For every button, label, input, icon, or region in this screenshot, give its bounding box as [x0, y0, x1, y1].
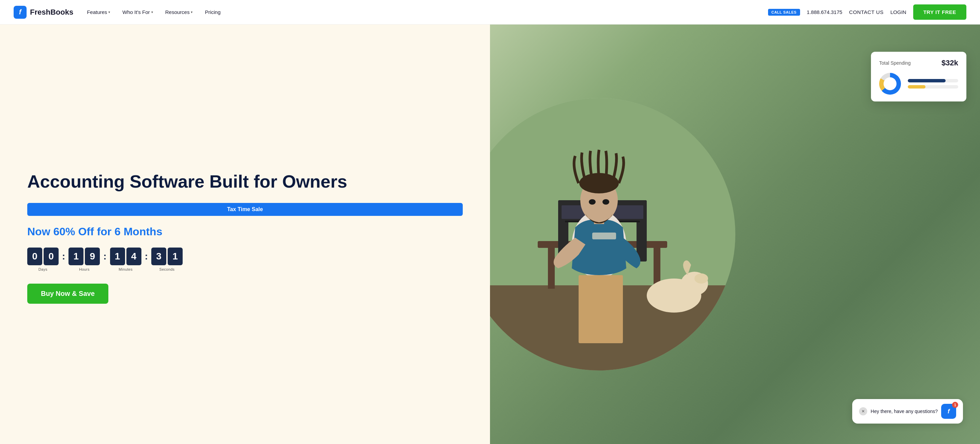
- close-icon[interactable]: ✕: [859, 407, 867, 415]
- countdown-hour-ones: 9: [85, 247, 100, 265]
- countdown-timer: 0 0 Days : 1 9 Hours : 1 4: [27, 247, 463, 271]
- bar-track-1: [908, 79, 958, 82]
- logo-text: FreshBooks: [30, 8, 73, 17]
- chat-notification-badge: 1: [952, 402, 958, 408]
- bar-fill-yellow: [908, 85, 926, 89]
- buy-now-button[interactable]: Buy Now & Save: [27, 284, 108, 304]
- nav-features[interactable]: Features ▾: [87, 9, 110, 15]
- countdown-sec-ones: 1: [168, 247, 183, 265]
- countdown-day-ones: 0: [44, 247, 59, 265]
- contact-us-link[interactable]: CONTACT US: [849, 9, 884, 15]
- countdown-sep-3: :: [143, 251, 149, 262]
- bar-fill-blue: [908, 79, 946, 82]
- bar-row-2: [908, 85, 958, 89]
- login-link[interactable]: LOGIN: [890, 9, 907, 15]
- svg-rect-21: [592, 233, 616, 239]
- nav-who-its-for[interactable]: Who It's For ▾: [123, 9, 153, 15]
- donut-inner: [884, 77, 897, 90]
- countdown-sep-2: :: [102, 251, 108, 262]
- bar-row-1: [908, 79, 958, 82]
- phone-number[interactable]: 1.888.674.3175: [807, 9, 842, 15]
- countdown-min-ones: 4: [126, 247, 142, 265]
- donut-chart: [879, 73, 901, 95]
- tax-time-badge[interactable]: Tax Time Sale: [27, 203, 463, 216]
- navbar: f FreshBooks Features ▾ Who It's For ▾ R…: [0, 0, 980, 24]
- svg-rect-3: [548, 248, 555, 289]
- hero-section: Accounting Software Built for Owners Tax…: [0, 24, 980, 444]
- countdown-days-digits: 0 0: [27, 247, 59, 265]
- svg-point-16: [603, 199, 609, 205]
- countdown-min-tens: 1: [110, 247, 125, 265]
- nav-pricing[interactable]: Pricing: [205, 9, 221, 15]
- discount-text: Now 60% Off for 6 Months: [27, 225, 463, 238]
- countdown-sec-tens: 3: [151, 247, 166, 265]
- nav-links: Features ▾ Who It's For ▾ Resources ▾ Pr…: [87, 9, 221, 15]
- call-sales-badge: CALL SALES: [768, 9, 800, 16]
- spending-amount: $32k: [942, 59, 958, 67]
- bar-track-2: [908, 85, 958, 89]
- countdown-minutes-group: 1 4 Minutes: [110, 247, 142, 271]
- chat-bubble: ✕ Hey there, have any questions? f 1: [852, 399, 963, 423]
- chevron-down-icon: ▾: [191, 10, 192, 14]
- hero-right: Total Spending $32k: [490, 24, 980, 444]
- spending-card: Total Spending $32k: [871, 52, 966, 101]
- spending-card-header: Total Spending $32k: [879, 59, 958, 67]
- countdown-sep-1: :: [60, 251, 67, 262]
- logo-icon: f: [14, 6, 27, 19]
- chat-message: Hey there, have any questions?: [870, 409, 938, 414]
- hero-title: Accounting Software Built for Owners: [27, 171, 463, 192]
- countdown-hours-digits: 1 9: [68, 247, 100, 265]
- countdown-days-label: Days: [38, 267, 48, 271]
- nav-right: CALL SALES 1.888.674.3175 CONTACT US LOG…: [768, 5, 966, 20]
- spending-chart: [879, 73, 958, 95]
- countdown-hour-tens: 1: [68, 247, 83, 265]
- logo[interactable]: f FreshBooks: [14, 6, 73, 19]
- svg-rect-17: [579, 275, 623, 343]
- spending-title: Total Spending: [879, 60, 911, 66]
- countdown-hours-label: Hours: [79, 267, 90, 271]
- chat-freshbooks-icon[interactable]: f 1: [941, 404, 956, 419]
- svg-point-20: [694, 273, 708, 284]
- bar-chart: [908, 79, 958, 89]
- try-free-button[interactable]: TRY IT FREE: [913, 5, 966, 20]
- countdown-days-group: 0 0 Days: [27, 247, 59, 271]
- countdown-seconds-digits: 3 1: [151, 247, 183, 265]
- countdown-hours-group: 1 9 Hours: [68, 247, 100, 271]
- nav-resources[interactable]: Resources ▾: [165, 9, 193, 15]
- countdown-day-tens: 0: [27, 247, 42, 265]
- countdown-seconds-group: 3 1 Seconds: [151, 247, 183, 271]
- svg-point-15: [589, 199, 596, 205]
- countdown-minutes-digits: 1 4: [110, 247, 142, 265]
- countdown-seconds-label: Seconds: [159, 267, 175, 271]
- countdown-minutes-label: Minutes: [119, 267, 132, 271]
- chevron-down-icon: ▾: [108, 10, 110, 14]
- chevron-down-icon: ▾: [151, 10, 153, 14]
- hero-left: Accounting Software Built for Owners Tax…: [0, 24, 490, 444]
